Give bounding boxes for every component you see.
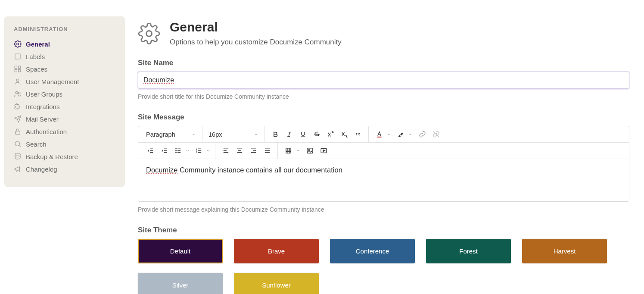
highlight-color-button[interactable] <box>395 128 413 141</box>
superscript-button[interactable] <box>324 128 336 141</box>
theme-swatch-harvest[interactable]: Harvest <box>522 239 607 263</box>
square-icon <box>14 53 22 60</box>
theme-swatch-silver[interactable]: Silver <box>138 273 223 294</box>
site-name-help: Provide short title for this Documize Co… <box>138 93 629 100</box>
sidebar-item-backup-restore[interactable]: Backup & Restore <box>14 151 115 162</box>
svg-point-11 <box>15 153 20 156</box>
send-icon <box>14 115 22 123</box>
chevron-down-icon <box>296 148 300 153</box>
chevron-down-icon <box>408 132 413 137</box>
svg-rect-55 <box>307 148 313 153</box>
sidebar-heading: ADMINISTRATION <box>14 26 115 32</box>
link-button[interactable] <box>416 128 428 141</box>
theme-swatch-sunflower[interactable]: Sunflower <box>234 273 319 294</box>
sidebar-item-mail-server[interactable]: Mail Server <box>14 113 115 125</box>
site-theme-group: Site Theme DefaultBraveConferenceForestH… <box>138 226 629 294</box>
svg-rect-9 <box>16 131 20 134</box>
svg-point-7 <box>16 91 18 94</box>
editor-toolbar-row-2: 123 <box>138 143 629 159</box>
svg-point-12 <box>146 31 152 37</box>
site-name-group: Site Name Documize Provide short title f… <box>138 59 629 100</box>
page-header: General Options to help you customize Do… <box>138 20 629 47</box>
align-center-button[interactable] <box>233 145 246 157</box>
gear-icon <box>138 22 160 45</box>
site-name-input[interactable]: Documize <box>138 72 629 89</box>
sidebar-item-user-management[interactable]: User Management <box>14 76 115 87</box>
subscript-button[interactable] <box>338 128 350 141</box>
chevron-down-icon <box>386 132 391 137</box>
theme-swatch-label: Forest <box>459 247 478 255</box>
align-right-button[interactable] <box>247 145 259 157</box>
italic-button[interactable] <box>283 128 295 141</box>
theme-swatch-label: Default <box>170 247 191 255</box>
font-size-select[interactable]: 16px <box>207 131 260 138</box>
image-button[interactable] <box>304 145 316 157</box>
sidebar-item-label: Integrations <box>26 103 59 110</box>
align-justify-button[interactable] <box>261 145 273 157</box>
block-format-select[interactable]: Paragraph <box>144 131 198 138</box>
theme-swatch-brave[interactable]: Brave <box>234 239 319 263</box>
svg-rect-5 <box>19 70 21 72</box>
sidebar-item-authentication[interactable]: Authentication <box>14 126 115 137</box>
admin-sidebar: ADMINISTRATION General Labels Spaces Use… <box>4 16 125 187</box>
theme-swatch-default[interactable]: Default <box>138 239 223 263</box>
sidebar-item-label: Search <box>26 141 47 148</box>
sidebar-item-changelog[interactable]: Changelog <box>14 163 115 175</box>
table-button[interactable] <box>282 145 300 157</box>
site-message-label: Site Message <box>138 113 629 122</box>
sidebar-item-label: Changelog <box>26 166 57 173</box>
puzzle-icon <box>14 103 22 110</box>
theme-swatch-label: Sunflower <box>262 281 291 289</box>
block-format-value: Paragraph <box>146 131 175 138</box>
underline-button[interactable] <box>297 128 309 141</box>
sidebar-item-integrations[interactable]: Integrations <box>14 101 115 112</box>
page-title: General <box>170 20 342 34</box>
gear-icon <box>14 40 22 48</box>
ordered-list-button[interactable]: 123 <box>193 145 211 157</box>
sidebar-item-user-groups[interactable]: User Groups <box>14 88 115 100</box>
sidebar-item-search[interactable]: Search <box>14 138 115 150</box>
sidebar-item-label: User Groups <box>26 91 62 98</box>
align-left-button[interactable] <box>220 145 232 157</box>
sidebar-item-label: Spaces <box>26 66 47 73</box>
chevron-down-icon <box>191 132 196 137</box>
svg-line-15 <box>289 132 290 137</box>
grid-icon <box>14 65 22 73</box>
strikethrough-button[interactable] <box>311 128 323 141</box>
video-button[interactable] <box>317 145 330 157</box>
theme-swatch-label: Conference <box>356 247 389 255</box>
editor-content-area[interactable]: Documize Community instance contains all… <box>138 159 629 201</box>
blockquote-button[interactable] <box>352 128 364 141</box>
sidebar-item-labels[interactable]: Labels <box>14 51 115 62</box>
text-color-button[interactable] <box>373 128 391 141</box>
sidebar-item-spaces[interactable]: Spaces <box>14 63 115 75</box>
unlink-button[interactable] <box>430 128 442 141</box>
chevron-down-icon <box>254 132 258 137</box>
sidebar-item-general[interactable]: General <box>14 38 115 50</box>
svg-rect-2 <box>15 66 17 68</box>
font-size-value: 16px <box>208 131 222 138</box>
theme-swatch-forest[interactable]: Forest <box>426 239 511 263</box>
theme-swatch-conference[interactable]: Conference <box>330 239 415 263</box>
editor-text: Community instance contains all our docu… <box>177 166 342 174</box>
rich-text-editor: Paragraph 16px <box>138 126 629 202</box>
site-name-label: Site Name <box>138 59 629 67</box>
site-theme-label: Site Theme <box>138 226 629 235</box>
svg-point-28 <box>175 152 176 153</box>
unordered-list-button[interactable] <box>172 145 190 157</box>
megaphone-icon <box>14 165 22 173</box>
search-icon <box>14 140 22 148</box>
svg-point-8 <box>19 92 21 94</box>
users-icon <box>14 90 22 98</box>
svg-text:3: 3 <box>196 151 197 153</box>
chevron-down-icon <box>185 148 190 153</box>
sidebar-item-label: Backup & Restore <box>26 153 78 160</box>
indent-button[interactable] <box>158 145 170 157</box>
page-subtitle: Options to help you customize Documize C… <box>170 38 342 47</box>
bold-button[interactable] <box>269 128 281 141</box>
sidebar-item-label: Mail Server <box>26 116 59 123</box>
editor-toolbar-row-1: Paragraph 16px <box>138 126 629 143</box>
outdent-button[interactable] <box>144 145 156 157</box>
svg-rect-50 <box>286 148 290 153</box>
sidebar-item-label: User Management <box>26 78 79 85</box>
